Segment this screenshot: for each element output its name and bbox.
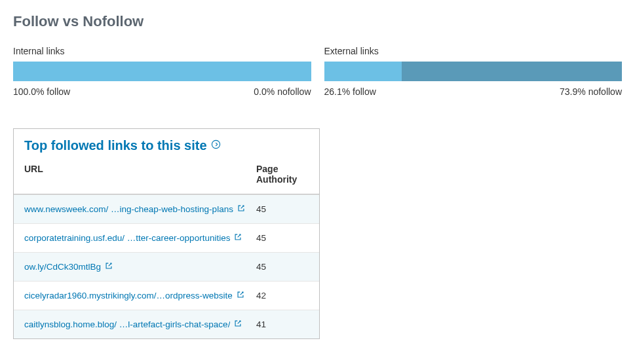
table-header: URL Page Authority xyxy=(14,155,319,194)
external-nofollow-text: 73.9% nofollow xyxy=(560,86,622,97)
internal-nofollow-text: 0.0% nofollow xyxy=(254,86,311,97)
external-link-icon[interactable] xyxy=(237,204,245,214)
follow-nofollow-bars: Internal links 100.0% follow 0.0% nofoll… xyxy=(13,46,622,97)
internal-follow-segment xyxy=(13,62,311,81)
cell-url: caitlynsblog.home.blog/ …l-artefact-girl… xyxy=(24,319,256,329)
table-row: cicelyradar1960.mystrikingly.com/…ordpre… xyxy=(14,281,319,310)
external-follow-segment xyxy=(324,62,402,81)
table-row: www.newsweek.com/ …ing-cheap-web-hosting… xyxy=(14,194,319,223)
external-link-icon[interactable] xyxy=(237,291,244,300)
link-url[interactable]: cicelyradar1960.mystrikingly.com/…ordpre… xyxy=(24,291,233,300)
cell-pa: 45 xyxy=(256,262,309,272)
link-url[interactable]: ow.ly/CdCk30mtlBg xyxy=(24,262,101,272)
table-row: corporatetraining.usf.edu/ …tter-career-… xyxy=(14,223,319,252)
external-bar-track xyxy=(324,62,623,81)
internal-bar-track xyxy=(13,62,311,81)
info-icon[interactable] xyxy=(211,139,221,152)
cell-pa: 42 xyxy=(256,291,309,300)
column-header-pa: Page Authority xyxy=(256,164,309,185)
cell-pa: 41 xyxy=(256,319,309,329)
external-links-bar: External links 26.1% follow 73.9% nofoll… xyxy=(324,46,623,97)
external-nofollow-segment xyxy=(402,62,622,81)
card-header: Top followed links to this site xyxy=(14,129,319,155)
internal-links-label: Internal links xyxy=(13,46,311,56)
external-link-icon[interactable] xyxy=(234,319,242,329)
section-title: Follow vs Nofollow xyxy=(13,13,622,30)
card-title: Top followed links to this site xyxy=(24,138,207,153)
cell-url: corporatetraining.usf.edu/ …tter-career-… xyxy=(24,233,256,243)
table-row: ow.ly/CdCk30mtlBg 45 xyxy=(14,252,319,281)
link-url[interactable]: corporatetraining.usf.edu/ …tter-career-… xyxy=(24,233,230,243)
svg-point-0 xyxy=(212,140,220,148)
external-follow-text: 26.1% follow xyxy=(324,86,376,97)
internal-links-bar: Internal links 100.0% follow 0.0% nofoll… xyxy=(13,46,311,97)
top-followed-links-card: Top followed links to this site URL Page… xyxy=(13,128,320,339)
cell-url: ow.ly/CdCk30mtlBg xyxy=(24,262,256,272)
cell-pa: 45 xyxy=(256,204,309,214)
external-link-icon[interactable] xyxy=(234,233,242,243)
internal-legend: 100.0% follow 0.0% nofollow xyxy=(13,86,311,97)
link-url[interactable]: caitlynsblog.home.blog/ …l-artefact-girl… xyxy=(24,319,230,329)
external-links-label: External links xyxy=(324,46,623,56)
cell-pa: 45 xyxy=(256,233,309,243)
cell-url: cicelyradar1960.mystrikingly.com/…ordpre… xyxy=(24,291,256,300)
column-header-url: URL xyxy=(24,164,256,185)
table-row: caitlynsblog.home.blog/ …l-artefact-girl… xyxy=(14,310,319,338)
external-legend: 26.1% follow 73.9% nofollow xyxy=(324,86,623,97)
table-body: www.newsweek.com/ …ing-cheap-web-hosting… xyxy=(14,194,319,338)
internal-follow-text: 100.0% follow xyxy=(13,86,70,97)
external-link-icon[interactable] xyxy=(105,262,113,272)
cell-url: www.newsweek.com/ …ing-cheap-web-hosting… xyxy=(24,204,256,214)
link-url[interactable]: www.newsweek.com/ …ing-cheap-web-hosting… xyxy=(24,204,233,214)
